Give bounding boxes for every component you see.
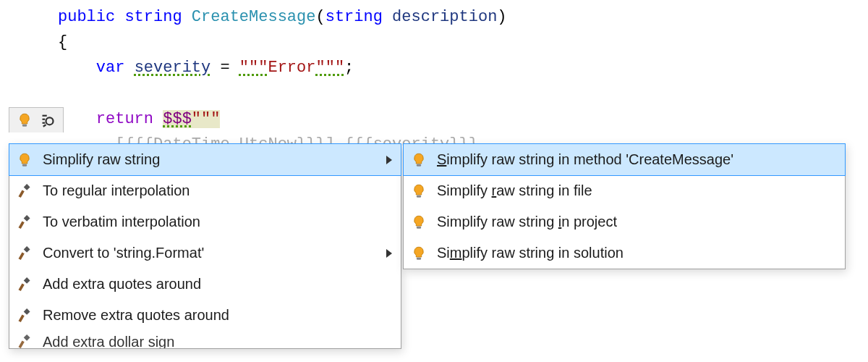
svg-rect-22 [417,257,421,259]
keyword-var: var [96,59,125,77]
string-open-quotes: """ [239,59,268,77]
menu-item-label: Convert to 'string.Format' [43,245,204,261]
svg-point-1 [46,117,54,125]
menu-item-label: To verbatim interpolation [43,214,200,230]
menu-item-to-verbatim-interpolation[interactable]: To verbatim interpolation [9,206,401,237]
svg-line-5 [43,125,46,127]
quickfix-indicator-tab[interactable] [9,107,64,132]
svg-rect-19 [417,164,421,166]
svg-rect-13 [24,277,30,284]
hammer-icon [17,214,33,230]
menu-item-add-extra-dollar-sign[interactable]: Add extra dollar sign [9,331,401,348]
keyword-return: return [96,110,153,128]
submenu-item-label: Simplify raw string in method 'CreateMes… [437,151,733,168]
submenu-arrow-icon [386,249,392,258]
submenu-item-label: Simplify raw string in project [437,214,617,230]
menu-item-label: Add extra quotes around [43,276,201,292]
bulb-icon [411,245,427,261]
menu-item-label: Add extra dollar sign [43,334,174,349]
svg-rect-15 [24,308,30,315]
brace-open: { [58,33,67,51]
svg-rect-7 [24,184,30,190]
bulb-icon [411,183,427,199]
hammer-icon [17,183,33,199]
string-close-quotes: """ [315,59,344,77]
keyword-public: public [58,8,115,26]
bulb-icon [17,152,33,168]
svg-rect-8 [19,190,25,198]
hammer-icon [17,308,33,324]
hammer-icon [17,334,33,348]
bulb-icon [411,152,427,168]
menu-item-simplify-raw-string[interactable]: Simplify raw string [9,143,401,176]
raw-string-open: """ [192,110,221,128]
menu-item-label: Remove extra quotes around [43,307,229,324]
hammer-icon [17,277,33,292]
quickfix-submenu: Simplify raw string in method 'CreateMes… [403,143,846,269]
submenu-item-1[interactable]: Simplify raw string in file [404,175,845,206]
svg-rect-11 [24,246,30,253]
svg-rect-10 [19,221,25,229]
menu-item-to-regular-interpolation[interactable]: To regular interpolation [9,175,401,206]
svg-rect-18 [19,340,25,348]
equals: = [210,59,239,77]
svg-rect-6 [22,164,27,166]
submenu-item-3[interactable]: Simplify raw string in solution [404,237,845,269]
menu-item-add-extra-quotes-around[interactable]: Add extra quotes around [9,269,401,300]
hammer-icon [17,245,33,261]
menu-item-remove-extra-quotes-around[interactable]: Remove extra quotes around [9,300,401,331]
interpolation-dollars: $$$ [163,110,192,128]
submenu-item-2[interactable]: Simplify raw string in project [404,206,845,237]
semicolon: ; [344,59,354,77]
string-body: Error [268,59,315,77]
var-severity: severity [135,59,211,77]
method-name: CreateMessage [192,8,316,26]
keyword-string: string [124,8,182,26]
svg-rect-12 [19,252,25,260]
menu-item-convert-to-string-format[interactable]: Convert to 'string.Format' [9,237,401,269]
submenu-item-0[interactable]: Simplify raw string in method 'CreateMes… [403,143,846,176]
paren-close: ) [497,8,506,26]
svg-rect-16 [19,314,25,322]
menu-item-label: To regular interpolation [43,182,190,199]
code-editor[interactable]: public string CreateMessage(string descr… [0,0,868,157]
svg-rect-21 [417,226,421,228]
paren-open: ( [315,8,325,26]
inspect-icon [40,112,56,128]
param-type: string [326,8,383,26]
svg-rect-17 [24,334,30,341]
submenu-item-label: Simplify raw string in file [437,182,592,199]
param-name: description [392,8,497,26]
svg-rect-0 [22,125,27,127]
bulb-icon [411,214,427,230]
submenu-arrow-icon [386,156,392,164]
svg-rect-20 [417,195,421,197]
submenu-item-label: Simplify raw string in solution [437,245,624,261]
svg-rect-14 [19,283,25,291]
lightbulb-icon [17,112,33,128]
svg-rect-9 [24,215,30,222]
quickfix-menu: Simplify raw stringTo regular interpolat… [9,143,401,349]
menu-item-label: Simplify raw string [43,151,160,168]
